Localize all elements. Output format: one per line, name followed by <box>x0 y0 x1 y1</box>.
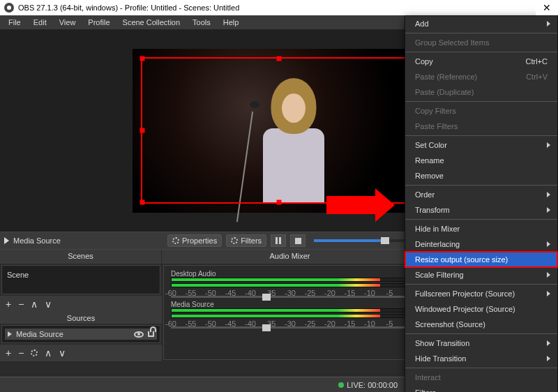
audio-mixer-panel: Desktop Audio -60-55-50-45-40-35-30-25-2… <box>163 265 417 360</box>
scenes-header[interactable]: Scenes <box>0 250 162 264</box>
ctx-paste-filters: Paste Filters <box>405 119 557 134</box>
ctx-rename[interactable]: Rename <box>405 153 557 168</box>
properties-button[interactable]: Properties <box>167 234 222 247</box>
source-up-button[interactable]: ∧ <box>45 347 52 359</box>
menu-scene-collection[interactable]: Scene Collection <box>117 17 186 28</box>
ctx-copy-filters: Copy Filters <box>405 103 557 119</box>
scene-item[interactable]: Scene <box>5 269 157 281</box>
scene-up-button[interactable]: ∧ <box>31 299 38 310</box>
scene-down-button[interactable]: ∨ <box>45 299 52 310</box>
audio-meter <box>171 283 409 287</box>
live-status: LIVE: 00:00:00 <box>338 381 398 389</box>
ctx-interact: Interact <box>405 370 557 385</box>
db-scale: -60-55-50-45-40-35-30-25-20-15-10-50 <box>171 319 409 326</box>
source-row[interactable]: Media Source <box>5 329 157 340</box>
resize-handle[interactable] <box>140 199 145 204</box>
ctx-resize-output[interactable]: Resize output (source size) <box>405 252 557 267</box>
volume-slider[interactable] <box>171 296 409 298</box>
remove-source-button[interactable]: − <box>18 347 24 359</box>
filter-icon <box>231 237 238 244</box>
selected-source-label: Media Source <box>13 236 61 245</box>
ctx-paste-dup: Paste (Duplicate) <box>405 84 557 100</box>
ctx-deinterlacing[interactable]: Deinterlacing <box>405 236 557 252</box>
stop-button[interactable] <box>290 234 306 247</box>
menu-help[interactable]: Help <box>218 17 245 28</box>
add-scene-button[interactable]: + <box>6 299 11 310</box>
close-window-button[interactable]: ✕ <box>536 0 558 15</box>
menu-tools[interactable]: Tools <box>187 17 216 28</box>
lock-toggle-icon[interactable] <box>148 331 154 337</box>
ctx-order[interactable]: Order <box>405 187 557 202</box>
resize-handle[interactable] <box>140 56 145 61</box>
source-down-button[interactable]: ∨ <box>59 347 66 359</box>
source-row-label: Media Source <box>16 330 130 338</box>
ctx-fullscreen-projector[interactable]: Fullscreen Projector (Source) <box>405 286 557 301</box>
menu-view[interactable]: View <box>54 17 82 28</box>
audio-meter <box>171 308 409 312</box>
volume-slider[interactable] <box>171 326 409 329</box>
ctx-group: Group Selected Items <box>405 35 557 50</box>
ctx-remove[interactable]: Remove <box>405 168 557 183</box>
window-title: OBS 27.1.3 (64-bit, windows) - Profile: … <box>18 3 239 12</box>
sources-header[interactable]: Sources <box>0 312 162 324</box>
source-context-menu: Add Group Selected Items CopyCtrl+C Past… <box>405 15 558 392</box>
obs-logo-icon <box>4 3 14 13</box>
menu-edit[interactable]: Edit <box>28 17 52 28</box>
audio-mixer-header[interactable]: Audio Mixer <box>162 250 418 264</box>
ctx-windowed-projector[interactable]: Windowed Projector (Source) <box>405 301 557 317</box>
source-settings-button[interactable] <box>31 347 38 359</box>
play-icon <box>4 237 9 244</box>
ctx-show-transition[interactable]: Show Transition <box>405 336 557 351</box>
gear-icon <box>172 237 179 244</box>
playback-seek-slider[interactable] <box>314 239 409 242</box>
resize-handle[interactable] <box>140 128 145 133</box>
scenes-list[interactable]: Scene <box>1 265 160 294</box>
ctx-copy[interactable]: CopyCtrl+C <box>405 54 557 69</box>
ctx-hide-transition[interactable]: Hide Transition <box>405 351 557 366</box>
annotation-arrow-icon <box>326 188 395 222</box>
resize-handle[interactable] <box>277 199 282 204</box>
media-icon <box>8 331 12 337</box>
audio-meter <box>171 314 409 318</box>
ctx-set-color[interactable]: Set Color <box>405 137 557 153</box>
ctx-add[interactable]: Add <box>405 16 557 31</box>
filters-button[interactable]: Filters <box>226 234 266 247</box>
menu-file[interactable]: File <box>3 17 27 28</box>
mixer-channel-label: Media Source <box>171 301 409 308</box>
pause-button[interactable] <box>271 234 286 247</box>
scenes-toolbar: + − ∧ ∨ <box>0 296 162 312</box>
ctx-transform[interactable]: Transform <box>405 202 557 218</box>
source-selection-box[interactable] <box>141 57 417 204</box>
ctx-hide-mixer[interactable]: Hide in Mixer <box>405 221 557 236</box>
resize-handle[interactable] <box>277 56 282 61</box>
db-scale: -60-55-50-45-40-35-30-25-20-15-10-50 <box>171 289 409 296</box>
menu-profile[interactable]: Profile <box>82 17 115 28</box>
sources-toolbar: + − ∧ ∨ <box>0 345 162 361</box>
ctx-paste-ref: Paste (Reference)Ctrl+V <box>405 69 557 84</box>
remove-scene-button[interactable]: − <box>18 299 24 310</box>
title-bar: OBS 27.1.3 (64-bit, windows) - Profile: … <box>0 0 558 15</box>
mixer-channel-label: Desktop Audio <box>171 270 409 278</box>
audio-meter <box>171 278 409 282</box>
ctx-scale-filtering[interactable]: Scale Filtering <box>405 267 557 282</box>
ctx-filters[interactable]: Filters <box>405 385 557 392</box>
visibility-toggle-icon[interactable] <box>134 331 144 338</box>
add-source-button[interactable]: + <box>6 347 11 359</box>
sources-list[interactable]: Media Source <box>1 325 160 343</box>
ctx-screenshot[interactable]: Screenshot (Source) <box>405 317 557 332</box>
